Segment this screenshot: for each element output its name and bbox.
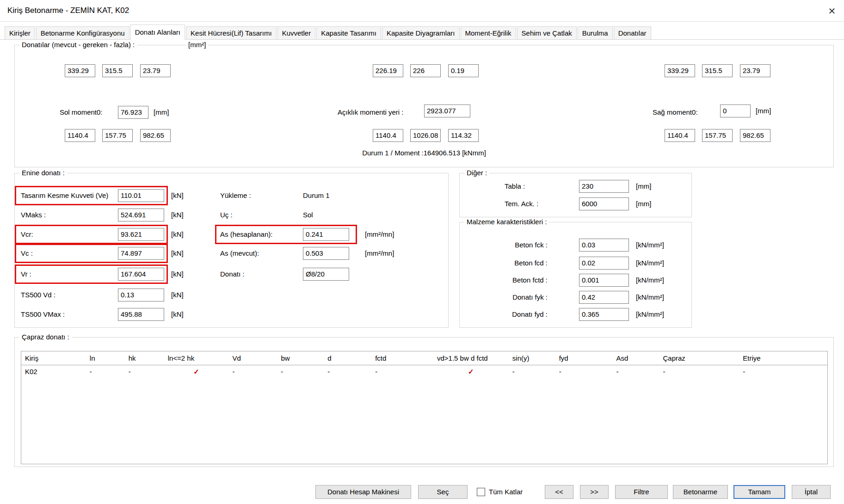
- top-center-fazla-field[interactable]: 0.19: [448, 64, 479, 77]
- tab-betonarme-konfigurasyonu[interactable]: Betonarme Konfigürasyonu: [36, 26, 129, 39]
- group-enine-donati: Enine donatı : Tasarım Kesme Kuvveti (Ve…: [14, 173, 449, 328]
- vcr-unit: [kN]: [171, 228, 184, 241]
- capraz-table-header: Kiriş ln hk ln<=2 hk Vd bw d fctd vd>1.5…: [21, 351, 827, 365]
- bottom-left-mevcut-field[interactable]: 1140.4: [65, 129, 95, 142]
- cell-vd-bw-d-fctd-check-icon: ✓: [433, 365, 509, 378]
- col-sin-y: sin(y): [509, 351, 555, 365]
- ts500-vmax-field[interactable]: 495.88: [118, 308, 164, 321]
- uc-value: Sol: [303, 209, 313, 221]
- tabla-field[interactable]: 230: [579, 180, 629, 193]
- top-right-mevcut-field[interactable]: 339.29: [665, 64, 695, 77]
- group-malzeme: Malzeme karakteristikleri : Beton fck : …: [459, 222, 692, 328]
- bottom-left-fazla-field[interactable]: 982.65: [140, 129, 171, 142]
- as-mevcut-field[interactable]: 0.503: [303, 247, 349, 260]
- top-center-mevcut-field[interactable]: 226.19: [373, 64, 403, 77]
- beton-fck-field[interactable]: 0.03: [579, 239, 629, 252]
- sol-moment0-field[interactable]: 76.923: [118, 106, 148, 119]
- vcr-label: Vcr:: [21, 228, 33, 241]
- bottom-right-mevcut-field[interactable]: 1140.4: [665, 129, 695, 142]
- top-left-gereken-field[interactable]: 315.5: [102, 64, 133, 77]
- tab-donati-alanlari[interactable]: Donatı Alanları: [130, 25, 185, 40]
- group-enine-donati-title: Enine donatı :: [19, 169, 67, 177]
- tab-kirisler[interactable]: Kirişler: [5, 26, 35, 39]
- prev-button[interactable]: <<: [545, 485, 573, 499]
- sol-moment0-unit: [mm]: [154, 106, 169, 119]
- bottom-left-gereken-field[interactable]: 157.75: [102, 129, 133, 142]
- tab-kuvvetler[interactable]: Kuvvetler: [277, 26, 316, 39]
- betonarme-button[interactable]: Betonarme: [673, 485, 728, 499]
- bottom-center-mevcut-field[interactable]: 1140.4: [373, 129, 403, 142]
- vcr-field[interactable]: 93.621: [118, 228, 164, 241]
- iptal-button[interactable]: İptal: [792, 485, 831, 499]
- group-malzeme-title: Malzeme karakteristikleri :: [464, 218, 549, 226]
- col-hk: hk: [125, 351, 164, 365]
- vmaks-field[interactable]: 524.691: [118, 209, 164, 221]
- tab-donatilar[interactable]: Donatılar: [614, 26, 651, 39]
- beton-fcd-unit: [kN/mm²]: [636, 257, 664, 270]
- tamam-button[interactable]: Tamam: [733, 485, 785, 499]
- group-donatilar: Donatılar (mevcut - gereken - fazla) : […: [14, 45, 834, 167]
- tum-katlar-checkbox[interactable]: [477, 488, 485, 496]
- vc-field[interactable]: 74.897: [118, 247, 164, 260]
- bottom-center-gereken-field[interactable]: 1026.08: [410, 129, 441, 142]
- cell-capraz: -: [659, 365, 739, 378]
- as-mevcut-label: As (mevcut):: [220, 247, 259, 260]
- donati-fyk-field[interactable]: 0.42: [579, 291, 629, 304]
- cell-kiris: K02: [21, 365, 86, 378]
- filtre-button[interactable]: Filtre: [615, 485, 668, 499]
- beton-fctd-unit: [kN/mm²]: [636, 274, 664, 287]
- aciklik-momenti-field[interactable]: 2923.077: [424, 104, 470, 117]
- donati-fyd-field[interactable]: 0.365: [579, 308, 629, 321]
- beton-fcd-field[interactable]: 0.02: [579, 257, 629, 270]
- sol-moment0-label: Sol moment0:: [60, 106, 103, 119]
- close-icon[interactable]: ✕: [825, 4, 839, 18]
- col-asd: Asd: [613, 351, 659, 365]
- tem-ack-field[interactable]: 6000: [579, 197, 629, 210]
- tab-kapasite-diyagramlari[interactable]: Kapasite Diyagramları: [382, 26, 460, 39]
- col-vd-bw-d-fctd: vd>1.5 bw d fctd: [433, 351, 509, 365]
- group-capraz-donati: Çapraz donatı : Kiriş ln hk ln<=2 hk Vd …: [14, 337, 834, 467]
- cell-d: -: [324, 365, 371, 378]
- top-right-fazla-field[interactable]: 23.79: [740, 64, 770, 77]
- group-donatilar-title: Donatılar (mevcut - gereken - fazla) :: [19, 41, 137, 49]
- ve-field[interactable]: 110.01: [118, 189, 164, 202]
- tab-burulma[interactable]: Burulma: [578, 26, 613, 39]
- ts500-vd-unit: [kN]: [171, 289, 184, 301]
- col-capraz: Çapraz: [659, 351, 739, 365]
- tab-kesit-hucresi-lif-tasarimi[interactable]: Kesit Hücresi(Lif) Tasarımı: [186, 26, 277, 39]
- top-right-gereken-field[interactable]: 315.5: [702, 64, 733, 77]
- donati-field[interactable]: Ø8/20: [303, 268, 349, 281]
- col-kiris: Kiriş: [21, 351, 86, 365]
- top-left-mevcut-field[interactable]: 339.29: [65, 64, 95, 77]
- top-left-fazla-field[interactable]: 23.79: [140, 64, 171, 77]
- vr-field[interactable]: 167.604: [118, 268, 164, 281]
- tab-moment-egrilik[interactable]: Moment-Eğrilik: [461, 26, 516, 39]
- title-bar: Kiriş Betonarme - ZEMİN KAT, K02 ✕: [0, 0, 844, 22]
- beton-fctd-label: Beton fctd :: [460, 274, 548, 287]
- cell-ln-2hk-check-icon: ✓: [164, 365, 229, 378]
- sec-button[interactable]: Seç: [418, 485, 468, 499]
- as-hesaplanan-unit: [mm²/mn]: [365, 228, 394, 241]
- tab-sehim-ve-catlak[interactable]: Sehim ve Çatlak: [517, 26, 577, 39]
- sag-moment0-field[interactable]: 0: [720, 104, 751, 117]
- top-center-gereken-field[interactable]: 226: [410, 64, 441, 77]
- tab-bar: Kirişler Betonarme Konfigürasyonu Donatı…: [0, 24, 844, 40]
- next-button[interactable]: >>: [580, 485, 609, 499]
- donati-hesap-makinesi-button[interactable]: Donatı Hesap Makinesi: [315, 485, 411, 499]
- as-hesaplanan-field[interactable]: 0.241: [303, 228, 349, 241]
- tum-katlar-label[interactable]: Tüm Katlar: [489, 485, 523, 499]
- ve-unit: [kN]: [171, 189, 184, 202]
- bottom-right-gereken-field[interactable]: 157.75: [702, 129, 733, 142]
- ts500-vd-field[interactable]: 0.13: [118, 289, 164, 301]
- capraz-table-row-k02[interactable]: K02 - - ✓ - - - - ✓ - - - - -: [21, 365, 827, 378]
- bottom-center-fazla-field[interactable]: 114.32: [448, 129, 479, 142]
- tab-kapasite-tasarimi[interactable]: Kapasite Tasarımı: [316, 26, 381, 39]
- bottom-right-fazla-field[interactable]: 982.65: [740, 129, 770, 142]
- beton-fctd-field[interactable]: 0.001: [579, 274, 629, 287]
- donati-label: Donatı :: [220, 268, 245, 281]
- col-ln: ln: [86, 351, 125, 365]
- as-hesaplanan-label: As (hesaplanan):: [220, 228, 272, 241]
- vc-unit: [kN]: [171, 247, 184, 260]
- ts500-vmax-label: TS500 VMax :: [21, 308, 65, 321]
- beton-fcd-label: Beton fcd :: [460, 257, 548, 270]
